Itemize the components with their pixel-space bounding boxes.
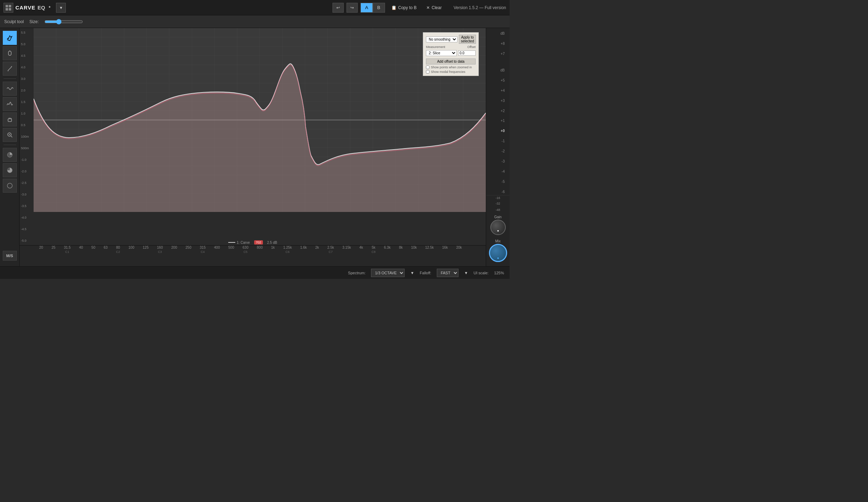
freq-value-12: 315 [200,246,206,249]
freq-item-24: 5kC8 [371,246,376,254]
active-tool-label: Sculpt tool [4,19,24,24]
gain-knob[interactable] [490,220,506,235]
db-left-05: 0.5 [21,123,32,127]
show-modal-checkbox[interactable] [426,70,429,74]
show-points-checkbox[interactable] [426,66,429,69]
svg-marker-7 [7,70,9,71]
db-rm4: -4 [489,170,507,173]
freq-value-28: 12.5k [425,246,434,249]
channel-btn-2[interactable] [3,163,17,177]
preset-modified: * [49,5,50,11]
tool-bar: Sculpt tool Size: [0,15,510,28]
svg-line-14 [11,136,12,137]
status-bar: Spectrum: 1/3 OCTAVE ▼ Falloff: FAST ▼ U… [0,266,510,279]
tool-grab[interactable] [3,46,17,60]
freq-value-0: 20 [39,246,43,249]
channel-btn-1[interactable] [3,148,17,162]
app-subtitle: EQ [37,5,45,11]
falloff-select[interactable]: FAST [437,269,458,277]
db-r8: +8 [489,42,507,46]
db-left-1: 1.0 [21,112,32,115]
freq-item-26: 8k [399,246,403,254]
freq-item-16: 800 [257,246,263,254]
tool-zoom[interactable] [3,128,17,142]
db-16: -16 [496,196,500,200]
freq-item-28: 12.5k [425,246,434,254]
measurement-select[interactable]: 2: Slice [426,50,457,56]
apply-selected-btn[interactable]: Apply to selected [459,35,476,44]
tool-sculpt[interactable] [3,31,17,45]
db-r3: +3 [489,99,507,103]
eq-area: 5.5 5.0 4.5 4.0 3.0 2.0 1.5 1.0 0.5 100m… [20,28,486,266]
legend-label-3: 2.5 dB [267,241,277,245]
db-r2: +2 [489,109,507,113]
ui-scale-label: UI scale: [474,271,489,275]
ms-button[interactable]: M/S [3,251,17,261]
freq-item-0: 20 [39,246,43,254]
right-panel: dB +8 +7 dB +5 +4 +3 +2 +1 +0 -1 -2 -3 -… [486,28,510,266]
freq-value-17: 1k [271,246,275,249]
db-left-m45: -4.5 [21,227,32,231]
freq-item-4: 50 [91,246,95,254]
eq-legend: 1: Carve 702 2.5 dB [228,240,277,245]
freq-item-7: 100 [128,246,134,254]
svg-marker-8 [11,66,12,67]
freq-value-7: 100 [128,246,134,249]
freq-note-15: C5 [244,250,248,254]
freq-item-27: 10k [411,246,417,254]
db-scale-right: dB +8 +7 dB +5 +4 +3 +2 +1 +0 -1 -2 -3 -… [486,30,510,195]
freq-value-24: 5k [372,246,376,249]
smoothing-select[interactable]: No smoothing [426,36,457,42]
db-left-35: 4.5 [21,54,32,57]
copy-to-b-button[interactable]: 📋 Copy to B [388,4,420,12]
add-offset-btn[interactable]: Add offset to data [426,59,476,64]
db-left-3: 4.0 [21,66,32,69]
freq-note-9: C3 [158,250,162,254]
db-r4: +4 [489,89,507,92]
db-left-m3: -3.0 [21,193,32,196]
freq-item-15: 630C5 [243,246,248,254]
eq-canvas-wrapper[interactable]: 5.5 5.0 4.5 4.0 3.0 2.0 1.5 1.0 0.5 100m… [20,28,486,245]
db-rm2: -2 [489,149,507,153]
freq-labels: 202531.5C140506380C2100125160C3200250315… [20,246,486,254]
ab-group: A B [360,3,385,13]
freq-value-13: 400 [214,246,220,249]
spectrum-select[interactable]: 1/3 OCTAVE [371,269,405,277]
svg-rect-1 [9,5,11,7]
channel-btn-3[interactable] [3,179,17,193]
ab-a-button[interactable]: A [360,3,373,13]
freq-value-27: 10k [411,246,417,249]
freq-value-9: 160 [157,246,163,249]
tool-pan[interactable] [3,112,17,126]
ab-b-button[interactable]: B [373,3,385,13]
undo-button[interactable]: ↩ [332,3,344,13]
offset-input[interactable] [458,50,476,56]
mix-knob[interactable] [489,244,507,262]
clear-button[interactable]: ✕ Clear [423,4,445,12]
db-left-2: 2.0 [21,89,32,92]
tool-pencil[interactable] [3,62,17,76]
tool-wave2[interactable] [3,97,17,111]
freq-item-17: 1k [271,246,275,254]
freq-axis: 202531.5C140506380C2100125160C3200250315… [20,245,486,266]
falloff-label: Falloff: [420,271,431,275]
size-slider[interactable] [44,19,83,25]
db-48: -48 [496,208,500,212]
spectrum-label: Spectrum: [348,271,365,275]
db-r5v: +5 [489,78,507,82]
freq-value-3: 40 [79,246,83,249]
db-right-8: dB [489,32,507,35]
db-left-0: 100m [21,135,32,138]
gain-section: Gain [490,213,506,237]
freq-value-14: 500 [228,246,234,249]
svg-rect-3 [9,8,11,11]
version-label: Version 1.5.2 — Full version [454,5,506,10]
freq-item-6: 80C2 [116,246,120,254]
db-r-label2: dB [489,68,507,72]
preset-dropdown[interactable]: ▼ [56,3,66,13]
tool-wave1[interactable] [3,82,17,96]
eq-display[interactable] [34,28,486,212]
redo-button[interactable]: ↪ [346,3,358,13]
size-label: Size: [29,19,39,24]
db-r7: +7 [489,52,507,56]
